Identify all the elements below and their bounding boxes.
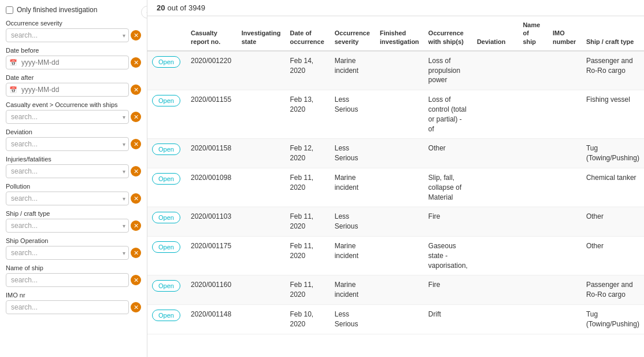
pollution-select[interactable]: search... (6, 192, 129, 205)
open-button-cell: Open (147, 237, 186, 275)
table-row: Open2020/001175Feb 11, 2020Marine incide… (147, 237, 644, 275)
only-finished-filter[interactable]: Only finished investigation (6, 6, 141, 14)
open-button[interactable]: Open (152, 143, 180, 155)
name-of-ship-clear-button[interactable]: ✕ (131, 275, 141, 285)
imo-nr-clear-button[interactable]: ✕ (131, 302, 141, 312)
casualty-event-filter-group: Casualty event > Occurrence with ships s… (6, 101, 141, 124)
deviation-select[interactable]: search... (6, 137, 129, 151)
casualty-event-select[interactable]: search... (6, 110, 129, 124)
finished-cell (375, 139, 424, 168)
table-row: Open2020/001148Feb 10, 2020Less SeriousD… (147, 305, 644, 334)
type-cell: Other (582, 237, 644, 275)
imo-cell (548, 90, 582, 139)
date-after-input[interactable] (6, 83, 129, 97)
name-cell (518, 275, 548, 305)
date-after-input-wrapper: 📅 (6, 83, 129, 97)
open-button[interactable]: Open (152, 241, 180, 253)
name-cell (518, 139, 548, 168)
pollution-clear-button[interactable]: ✕ (131, 193, 141, 204)
only-finished-label: Only finished investigation (17, 6, 97, 14)
severity-cell: Less Serious (330, 139, 375, 168)
severity-cell: Less Serious (330, 207, 375, 237)
injuries-fatalities-label: Injuries/fatalities (6, 156, 141, 163)
deviation-label: Deviation (6, 128, 141, 135)
report-no-cell: 2020/001155 (186, 90, 237, 139)
ship-operation-clear-button[interactable]: ✕ (131, 248, 141, 258)
open-button[interactable]: Open (152, 95, 180, 106)
occurrence-severity-clear-button[interactable]: ✕ (131, 30, 141, 41)
report-no-cell: 2020/001175 (186, 237, 237, 275)
table-row: Open2020/001103Feb 11, 2020Less SeriousF… (147, 207, 644, 237)
date-cell: Feb 10, 2020 (286, 305, 330, 334)
pollution-filter-group: Pollution search... ▾ ✕ (6, 183, 141, 205)
investigating-state-cell (237, 305, 286, 334)
ship-operation-select[interactable]: search... (6, 246, 129, 260)
name-cell (518, 305, 548, 334)
severity-cell: Marine incident (330, 237, 375, 275)
open-button-cell: Open (147, 305, 186, 334)
date-before-input-wrapper: 📅 (6, 56, 129, 69)
severity-cell: Less Serious (330, 90, 375, 139)
date-before-label: Date before (6, 47, 141, 54)
ship-craft-type-filter-group: Ship / craft type search... ▾ ✕ (6, 210, 141, 233)
only-finished-checkbox[interactable] (6, 6, 13, 14)
date-before-clear-button[interactable]: ✕ (131, 57, 141, 68)
imo-cell (548, 275, 582, 305)
ship-craft-type-select-wrapper: search... ▾ (6, 219, 129, 233)
injuries-fatalities-clear-button[interactable]: ✕ (131, 166, 141, 176)
results-table-container: Casualty report no. Investigating state … (147, 16, 644, 357)
occurrence-severity-filter-group: Occurrence severity search... ▾ ✕ (6, 20, 141, 42)
imo-nr-input[interactable] (6, 300, 129, 314)
open-button[interactable]: Open (152, 280, 180, 292)
deviation-cell (472, 168, 519, 207)
severity-cell: Marine incident (330, 168, 375, 207)
occurrence-severity-select[interactable]: search... (6, 28, 129, 42)
date-after-clear-button[interactable]: ✕ (131, 84, 141, 95)
injuries-fatalities-select[interactable]: search... (6, 164, 129, 178)
date-before-input[interactable] (6, 56, 129, 69)
ships-cell: Fire (424, 207, 472, 237)
col-header-casualty-report-no: Casualty report no. (186, 16, 237, 51)
date-cell: Feb 14, 2020 (286, 51, 330, 90)
table-header-row: Casualty report no. Investigating state … (147, 16, 644, 51)
table-row: Open2020/001158Feb 12, 2020Less SeriousO… (147, 139, 644, 168)
imo-nr-input-wrapper (6, 300, 129, 314)
deviation-cell (472, 51, 519, 90)
finished-cell (375, 51, 424, 90)
casualty-event-select-wrapper: search... ▾ (6, 110, 129, 124)
name-cell (518, 90, 548, 139)
finished-cell (375, 168, 424, 207)
report-no-cell: 2020/001098 (186, 168, 237, 207)
open-button[interactable]: Open (152, 173, 180, 185)
col-header-occurrence-severity: Occurrence severity (330, 16, 375, 51)
sidebar-collapse-button[interactable]: ‹ (141, 6, 147, 19)
imo-cell (548, 207, 582, 237)
name-of-ship-label: Name of ship (6, 264, 141, 271)
date-after-filter-group: Date after 📅 ✕ (6, 74, 141, 97)
col-header-occurrence-with-ships: Occurrence with ship(s) (424, 16, 472, 51)
deviation-clear-button[interactable]: ✕ (131, 139, 141, 149)
report-no-cell: 2020/001103 (186, 207, 237, 237)
occurrence-severity-label: Occurrence severity (6, 20, 141, 27)
col-header-deviation: Deviation (472, 16, 519, 51)
main-content: 20 out of 3949 Casualty report no. Inves… (147, 0, 644, 357)
date-cell: Feb 11, 2020 (286, 275, 330, 305)
investigating-state-cell (237, 51, 286, 90)
open-button[interactable]: Open (152, 212, 180, 223)
severity-cell: Marine incident (330, 51, 375, 90)
ship-craft-type-clear-button[interactable]: ✕ (131, 220, 141, 231)
name-of-ship-input[interactable] (6, 273, 129, 287)
ships-cell: Fire (424, 275, 472, 305)
report-no-cell: 2020/001160 (186, 275, 237, 305)
ships-cell: Slip, fall, collapse of Material (424, 168, 472, 207)
open-button[interactable]: Open (152, 56, 180, 68)
open-button[interactable]: Open (152, 310, 180, 321)
ship-craft-type-label: Ship / craft type (6, 210, 141, 217)
investigating-state-cell (237, 237, 286, 275)
casualty-event-clear-button[interactable]: ✕ (131, 112, 141, 122)
ship-craft-type-select[interactable]: search... (6, 219, 129, 233)
col-header-investigating-state: Investigating state (237, 16, 286, 51)
deviation-select-wrapper: search... ▾ (6, 137, 129, 151)
ships-cell: Gaseous state - vaporisation, (424, 237, 472, 275)
col-header-imo-number: IMO number (548, 16, 582, 51)
